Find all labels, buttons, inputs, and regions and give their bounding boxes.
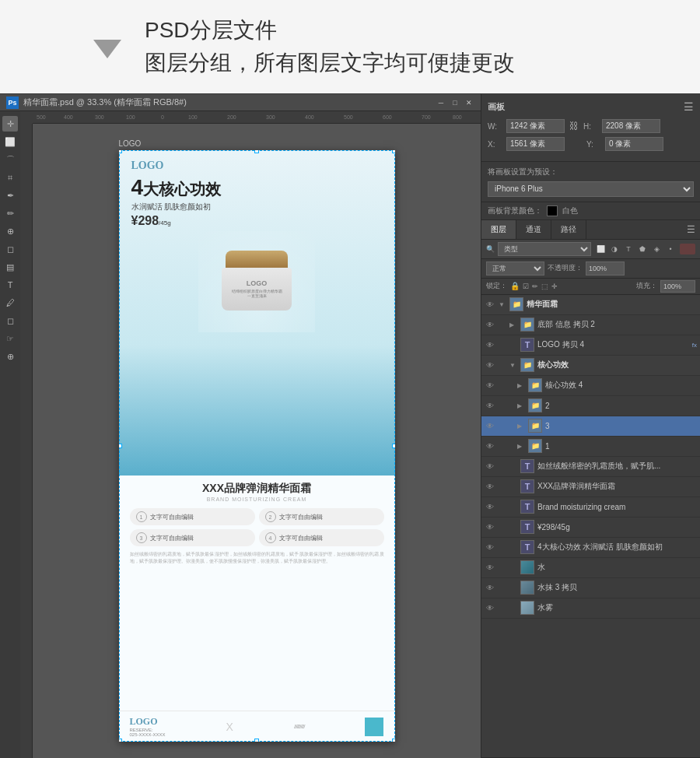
- opacity-input[interactable]: [586, 261, 625, 275]
- layer-thumbnail: 📁: [528, 439, 542, 453]
- layer-item[interactable]: 👁 T LOGO 拷贝 4 fx: [481, 335, 700, 356]
- layer-visibility-eye[interactable]: 👁: [485, 461, 495, 472]
- preset-select[interactable]: iPhone 6 Plus iPhone 6 iPhone: [488, 181, 694, 197]
- move-tool[interactable]: ✛: [2, 116, 18, 132]
- hand-tool[interactable]: ☞: [2, 331, 18, 346]
- layer-visibility-eye[interactable]: 👁: [485, 521, 495, 532]
- layer-visibility-eye[interactable]: 👁: [485, 420, 495, 431]
- lock-checkbox-1[interactable]: ☑: [523, 282, 529, 290]
- filter-smart-icon[interactable]: ◈: [650, 243, 663, 255]
- layer-list[interactable]: 👁 ▼ 📁 精华面霜 👁 ▶ 📁 底部 信息 拷贝 2 👁: [481, 295, 700, 758]
- layer-visibility-eye[interactable]: 👁: [485, 299, 495, 310]
- gradient-tool[interactable]: ▤: [2, 259, 18, 275]
- filter-text-icon[interactable]: T: [622, 243, 635, 255]
- zoom-tool[interactable]: ⊕: [2, 349, 18, 364]
- lock-icon[interactable]: 🔒: [510, 282, 520, 290]
- layer-visibility-eye[interactable]: 👁: [485, 542, 495, 553]
- minimize-button[interactable]: ─: [436, 97, 446, 108]
- layer-item[interactable]: 👁 水雾: [481, 598, 700, 619]
- lock-checkbox-3[interactable]: ⬚: [541, 282, 548, 290]
- y-input[interactable]: [605, 137, 663, 151]
- product-name-cn: XXX品牌弹润精华面霜: [130, 482, 384, 496]
- filter-pixel-icon[interactable]: ⬜: [594, 243, 607, 255]
- doc-canvas[interactable]: LOGO 4大核心功效 水润赋活 肌肤愈颜如初 ¥298/45g: [119, 150, 395, 742]
- eraser-tool[interactable]: ◻: [2, 241, 18, 257]
- layer-item[interactable]: 👁 ▼ 📁 核心功效: [481, 356, 700, 376]
- layer-expand-arrow[interactable]: ▶: [517, 382, 525, 389]
- panel-menu-icon[interactable]: ☰: [684, 100, 694, 113]
- layer-expand-arrow[interactable]: ▶: [509, 321, 517, 328]
- clone-tool[interactable]: ⊕: [2, 223, 18, 239]
- layer-item[interactable]: 👁 ▶ 📁 底部 信息 拷贝 2: [481, 315, 700, 335]
- filter-dot-icon[interactable]: •: [664, 243, 677, 255]
- layer-thumbnail: 📁: [528, 398, 542, 412]
- brush-tool[interactable]: ✏: [2, 205, 18, 221]
- layer-item[interactable]: 👁 水: [481, 558, 700, 578]
- canvas-area[interactable]: LOGO: [33, 124, 481, 758]
- layer-expand-arrow[interactable]: ▶: [517, 443, 525, 450]
- layer-item[interactable]: 👁 T XXX品牌弹润精华面霜: [481, 477, 700, 497]
- headline-number: 4: [131, 175, 144, 199]
- layer-expand-arrow[interactable]: ▼: [499, 301, 506, 308]
- feature-text-3: 文字可自由编辑: [150, 534, 194, 542]
- layer-item[interactable]: 👁 ▶ 📁 2: [481, 396, 700, 416]
- layer-item[interactable]: 👁 ▶ 📁 核心功效 4: [481, 376, 700, 396]
- shape-tool[interactable]: ◻: [2, 313, 18, 328]
- layer-name: 1: [545, 442, 697, 451]
- layer-expand-arrow[interactable]: ▶: [517, 423, 525, 430]
- feature-text-4: 文字可自由编辑: [279, 534, 323, 542]
- x-input[interactable]: [506, 137, 565, 151]
- filter-shape-icon[interactable]: ⬟: [636, 243, 649, 255]
- layer-item[interactable]: 👁 水抹 3 拷贝: [481, 578, 700, 598]
- lock-checkbox-2[interactable]: ✏: [532, 282, 538, 290]
- crop-tool[interactable]: ⌗: [2, 170, 18, 185]
- layer-item[interactable]: 👁 T 4大核心功效 水润赋活 肌肤愈颜如初: [481, 538, 700, 558]
- blend-mode-select[interactable]: 正常: [486, 261, 544, 275]
- layer-item[interactable]: 👁 T 如丝绒般绵密的乳霜质地，赋予肌...: [481, 457, 700, 477]
- tab-paths[interactable]: 路径: [551, 220, 586, 239]
- tab-layers[interactable]: 图层: [481, 220, 516, 239]
- product-logo: LOGO: [131, 160, 164, 172]
- layer-visibility-eye[interactable]: 👁: [485, 602, 495, 613]
- layer-visibility-eye[interactable]: 👁: [485, 481, 495, 492]
- width-input[interactable]: [506, 119, 565, 133]
- ps-app-icon: Ps: [6, 97, 19, 109]
- layer-visibility-eye[interactable]: 👁: [485, 440, 495, 451]
- height-input[interactable]: [602, 119, 660, 133]
- close-button[interactable]: ✕: [464, 97, 474, 108]
- layer-visibility-eye[interactable]: 👁: [485, 400, 495, 411]
- tab-channels[interactable]: 通道: [516, 220, 551, 239]
- filter-adjust-icon[interactable]: ◑: [608, 243, 621, 255]
- layer-visibility-eye[interactable]: 👁: [485, 319, 495, 330]
- layers-tabs: 图层 通道 路径 ☰: [481, 220, 700, 240]
- layer-item[interactable]: 👁 T Brand moisturizing cream: [481, 497, 700, 518]
- layers-menu-icon[interactable]: ☰: [682, 220, 700, 239]
- properties-panel: 画板 ☰ W: ⛓ H: X: Y:: [481, 94, 700, 162]
- layer-visibility-eye[interactable]: 👁: [485, 339, 495, 350]
- eyedropper-tool[interactable]: ✒: [2, 188, 18, 203]
- maximize-button[interactable]: □: [450, 97, 460, 108]
- bg-color-swatch[interactable]: [547, 205, 558, 216]
- layer-item[interactable]: 👁 ▼ 📁 精华面霜: [481, 295, 700, 315]
- fill-input[interactable]: [660, 280, 695, 293]
- layer-visibility-eye[interactable]: 👁: [485, 501, 495, 512]
- lock-checkbox-4[interactable]: ✛: [551, 282, 558, 290]
- layer-expand-arrow[interactable]: ▶: [517, 402, 525, 409]
- lasso-tool[interactable]: ⌒: [2, 152, 18, 167]
- filter-toggle[interactable]: [680, 244, 695, 254]
- layer-item[interactable]: 👁 ▶ 📁 3: [481, 416, 700, 437]
- text-tool[interactable]: T: [2, 277, 18, 293]
- ruler-horizontal: 500 400 300 100 0 100 200 300 400 500 60…: [33, 111, 481, 124]
- layer-thumbnail: 📁: [520, 358, 534, 372]
- layer-item[interactable]: 👁 T ¥298/45g: [481, 518, 700, 538]
- lock-label: 锁定：: [486, 281, 507, 291]
- filter-type-select[interactable]: 类型: [498, 242, 591, 256]
- pen-tool[interactable]: 🖊: [2, 295, 18, 311]
- layer-visibility-eye[interactable]: 👁: [485, 562, 495, 573]
- layer-item[interactable]: 👁 ▶ 📁 1: [481, 437, 700, 457]
- layer-visibility-eye[interactable]: 👁: [485, 380, 495, 391]
- layer-visibility-eye[interactable]: 👁: [485, 582, 495, 593]
- layer-visibility-eye[interactable]: 👁: [485, 360, 495, 370]
- selection-tool[interactable]: ⬜: [2, 134, 18, 149]
- layer-expand-arrow[interactable]: ▼: [509, 362, 517, 369]
